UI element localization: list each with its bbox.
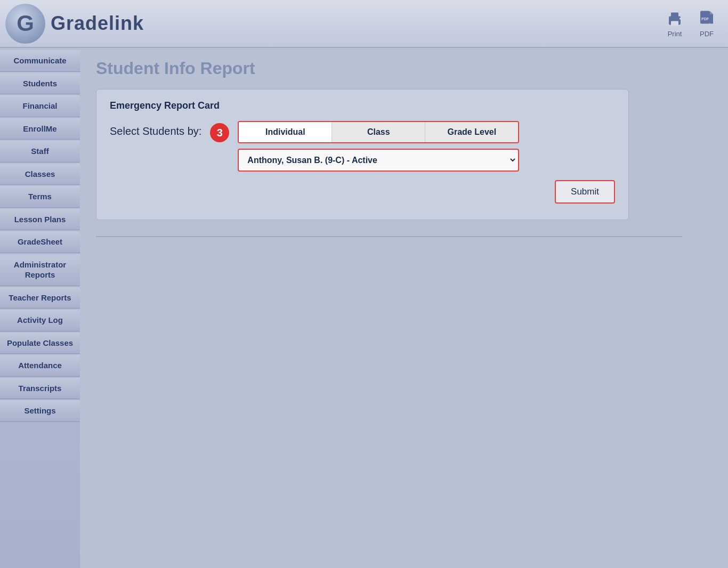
- svg-rect-2: [671, 21, 678, 26]
- submit-button[interactable]: Submit: [555, 180, 615, 204]
- sidebar-item-students[interactable]: Students: [0, 73, 80, 95]
- main-content: Student Info Report Emergency Report Car…: [80, 48, 728, 568]
- header: G Gradelink Print PDF: [0, 0, 728, 48]
- svg-marker-5: [710, 11, 713, 14]
- divider: [96, 236, 682, 237]
- tab-grade-level[interactable]: Grade Level: [425, 122, 518, 142]
- sidebar-item-staff[interactable]: Staff: [0, 141, 80, 163]
- select-row: Select Students by: 3 Individual Class G…: [110, 121, 615, 172]
- sidebar-item-activity-log[interactable]: Activity Log: [0, 310, 80, 331]
- svg-rect-1: [671, 13, 678, 18]
- step-badge: 3: [210, 123, 229, 142]
- print-icon: [664, 10, 685, 29]
- svg-rect-3: [680, 18, 681, 20]
- pdf-button[interactable]: PDF PDF: [696, 10, 717, 38]
- svg-text:PDF: PDF: [701, 17, 709, 21]
- card-title: Emergency Report Card: [110, 100, 615, 111]
- select-label: Select Students by:: [110, 121, 201, 137]
- tab-class[interactable]: Class: [332, 122, 425, 142]
- sidebar-item-enrollme[interactable]: EnrollMe: [0, 118, 80, 140]
- header-actions: Print PDF PDF: [664, 10, 717, 38]
- sidebar-item-communicate[interactable]: Communicate: [0, 50, 80, 72]
- logo-circle: G: [5, 4, 45, 44]
- pdf-icon: PDF: [696, 10, 717, 29]
- tabs-area: Individual Class Grade Level Anthony, Su…: [238, 121, 519, 172]
- sidebar-item-terms[interactable]: Terms: [0, 186, 80, 208]
- print-button[interactable]: Print: [664, 10, 685, 38]
- student-dropdown-wrapper: Anthony, Susan B. (9-C) - Active: [238, 149, 519, 172]
- app-title: Gradelink: [51, 12, 144, 35]
- tabs-container: Individual Class Grade Level: [238, 121, 519, 143]
- sidebar-item-settings[interactable]: Settings: [0, 400, 80, 422]
- layout: Communicate Students Financial EnrollMe …: [0, 48, 728, 568]
- sidebar: Communicate Students Financial EnrollMe …: [0, 48, 80, 568]
- sidebar-item-financial[interactable]: Financial: [0, 95, 80, 117]
- sidebar-item-populate-classes[interactable]: Populate Classes: [0, 332, 80, 354]
- logo-letter: G: [17, 11, 34, 36]
- sidebar-item-teacher-reports[interactable]: Teacher Reports: [0, 287, 80, 309]
- sidebar-item-lesson-plans[interactable]: Lesson Plans: [0, 209, 80, 231]
- report-card: Emergency Report Card Select Students by…: [96, 89, 629, 220]
- sidebar-item-gradesheet[interactable]: GradeSheet: [0, 231, 80, 253]
- svg-rect-6: [710, 14, 713, 24]
- tab-individual[interactable]: Individual: [239, 122, 332, 142]
- submit-area: Submit: [110, 180, 615, 204]
- student-dropdown[interactable]: Anthony, Susan B. (9-C) - Active: [240, 151, 517, 169]
- sidebar-item-attendance[interactable]: Attendance: [0, 355, 80, 377]
- print-label: Print: [668, 30, 682, 38]
- page-title: Student Info Report: [96, 59, 712, 78]
- sidebar-item-admin-reports[interactable]: Administrator Reports: [0, 254, 80, 286]
- sidebar-item-classes[interactable]: Classes: [0, 164, 80, 185]
- sidebar-item-transcripts[interactable]: Transcripts: [0, 378, 80, 400]
- pdf-label: PDF: [700, 30, 714, 38]
